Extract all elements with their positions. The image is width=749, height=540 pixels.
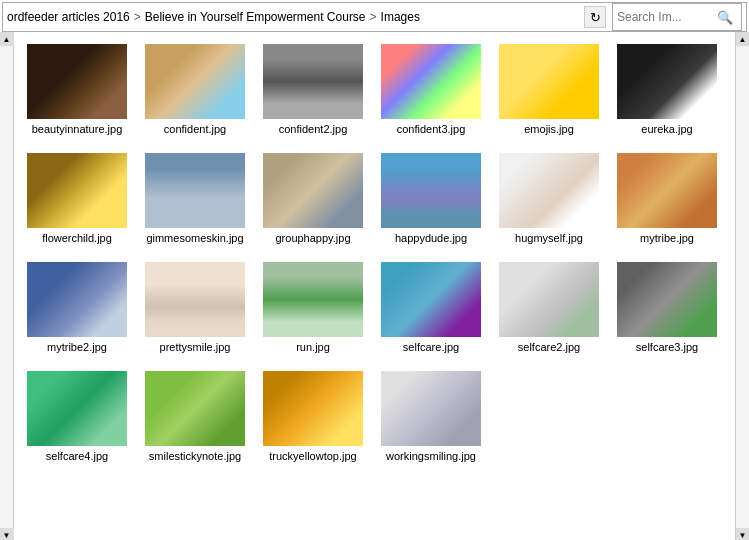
- breadcrumb: ordfeeder articles 2016 > Believe in You…: [7, 10, 582, 24]
- thumb-mytribe: [617, 153, 717, 228]
- file-item-selfcare3[interactable]: selfcare3.jpg: [608, 258, 726, 357]
- file-label-confident2: confident2.jpg: [279, 123, 348, 135]
- scroll-up-right[interactable]: ▲: [736, 32, 750, 46]
- thumb-selfcare4: [27, 371, 127, 446]
- file-item-grouphappy[interactable]: grouphappy.jpg: [254, 149, 372, 248]
- file-label-emojis: emojis.jpg: [524, 123, 574, 135]
- file-item-hugmyself[interactable]: hugmyself.jpg: [490, 149, 608, 248]
- file-item-confident[interactable]: confident.jpg: [136, 40, 254, 139]
- file-label-flowerchild: flowerchild.jpg: [42, 232, 112, 244]
- scroll-down-right[interactable]: ▼: [736, 528, 750, 540]
- breadcrumb-part3[interactable]: Images: [381, 10, 420, 24]
- scroll-up-arrow[interactable]: ▲: [0, 32, 14, 46]
- file-item-happydude[interactable]: happydude.jpg: [372, 149, 490, 248]
- breadcrumb-sep1: >: [134, 10, 141, 24]
- thumb-selfcare: [381, 262, 481, 337]
- search-box: 🔍: [612, 3, 742, 31]
- file-item-selfcare[interactable]: selfcare.jpg: [372, 258, 490, 357]
- right-scrollbar: ▲ ▼: [735, 32, 749, 540]
- file-item-mytribe2[interactable]: mytribe2.jpg: [18, 258, 136, 357]
- thumb-grouphappy: [263, 153, 363, 228]
- file-grid: beautyinnature.jpgconfident.jpgconfident…: [14, 32, 735, 540]
- search-input[interactable]: [617, 10, 717, 24]
- thumb-flowerchild: [27, 153, 127, 228]
- breadcrumb-part2[interactable]: Believe in Yourself Empowerment Course: [145, 10, 366, 24]
- thumb-gimmesomeskin: [145, 153, 245, 228]
- thumb-workingsmiling: [381, 371, 481, 446]
- thumb-smilestickynote: [145, 371, 245, 446]
- file-label-happydude: happydude.jpg: [395, 232, 467, 244]
- breadcrumb-part1[interactable]: ordfeeder articles 2016: [7, 10, 130, 24]
- thumb-eureka: [617, 44, 717, 119]
- thumb-selfcare3: [617, 262, 717, 337]
- thumb-happydude: [381, 153, 481, 228]
- file-label-workingsmiling: workingsmiling.jpg: [386, 450, 476, 462]
- file-item-mytribe[interactable]: mytribe.jpg: [608, 149, 726, 248]
- file-item-flowerchild[interactable]: flowerchild.jpg: [18, 149, 136, 248]
- thumb-confident2: [263, 44, 363, 119]
- file-label-hugmyself: hugmyself.jpg: [515, 232, 583, 244]
- left-scrollbar: ▲ ▼: [0, 32, 14, 540]
- file-item-prettysmile[interactable]: prettysmile.jpg: [136, 258, 254, 357]
- file-label-prettysmile: prettysmile.jpg: [160, 341, 231, 353]
- refresh-button[interactable]: ↻: [584, 6, 606, 28]
- file-item-selfcare2[interactable]: selfcare2.jpg: [490, 258, 608, 357]
- file-label-selfcare3: selfcare3.jpg: [636, 341, 698, 353]
- file-item-confident3[interactable]: confident3.jpg: [372, 40, 490, 139]
- file-label-confident: confident.jpg: [164, 123, 226, 135]
- thumb-truckyellowtop: [263, 371, 363, 446]
- thumb-confident3: [381, 44, 481, 119]
- file-item-gimmesomeskin[interactable]: gimmesomeskin.jpg: [136, 149, 254, 248]
- file-item-smilestickynote[interactable]: smilestickynote.jpg: [136, 367, 254, 466]
- file-item-beautyinnature[interactable]: beautyinnature.jpg: [18, 40, 136, 139]
- file-item-run[interactable]: run.jpg: [254, 258, 372, 357]
- file-label-smilestickynote: smilestickynote.jpg: [149, 450, 241, 462]
- file-item-truckyellowtop[interactable]: truckyellowtop.jpg: [254, 367, 372, 466]
- file-label-gimmesomeskin: gimmesomeskin.jpg: [146, 232, 243, 244]
- file-label-confident3: confident3.jpg: [397, 123, 466, 135]
- file-label-mytribe: mytribe.jpg: [640, 232, 694, 244]
- file-label-selfcare: selfcare.jpg: [403, 341, 459, 353]
- scroll-track-right[interactable]: [736, 46, 749, 528]
- scroll-down-arrow[interactable]: ▼: [0, 528, 14, 540]
- thumb-selfcare2: [499, 262, 599, 337]
- search-icon[interactable]: 🔍: [717, 10, 733, 25]
- file-label-truckyellowtop: truckyellowtop.jpg: [269, 450, 356, 462]
- file-label-beautyinnature: beautyinnature.jpg: [32, 123, 123, 135]
- file-item-emojis[interactable]: emojis.jpg: [490, 40, 608, 139]
- file-item-confident2[interactable]: confident2.jpg: [254, 40, 372, 139]
- thumb-hugmyself: [499, 153, 599, 228]
- thumb-emojis: [499, 44, 599, 119]
- thumb-prettysmile: [145, 262, 245, 337]
- file-label-selfcare2: selfcare2.jpg: [518, 341, 580, 353]
- file-item-eureka[interactable]: eureka.jpg: [608, 40, 726, 139]
- file-label-grouphappy: grouphappy.jpg: [275, 232, 350, 244]
- breadcrumb-sep2: >: [370, 10, 377, 24]
- file-item-workingsmiling[interactable]: workingsmiling.jpg: [372, 367, 490, 466]
- file-item-selfcare4[interactable]: selfcare4.jpg: [18, 367, 136, 466]
- scroll-track-left[interactable]: [0, 46, 13, 528]
- file-label-eureka: eureka.jpg: [641, 123, 692, 135]
- thumb-mytribe2: [27, 262, 127, 337]
- thumb-beautyinnature: [27, 44, 127, 119]
- thumb-run: [263, 262, 363, 337]
- thumb-confident: [145, 44, 245, 119]
- address-bar: ordfeeder articles 2016 > Believe in You…: [2, 2, 747, 32]
- file-label-run: run.jpg: [296, 341, 330, 353]
- file-label-mytribe2: mytribe2.jpg: [47, 341, 107, 353]
- main-area: ▲ ▼ beautyinnature.jpgconfident.jpgconfi…: [0, 32, 749, 540]
- file-label-selfcare4: selfcare4.jpg: [46, 450, 108, 462]
